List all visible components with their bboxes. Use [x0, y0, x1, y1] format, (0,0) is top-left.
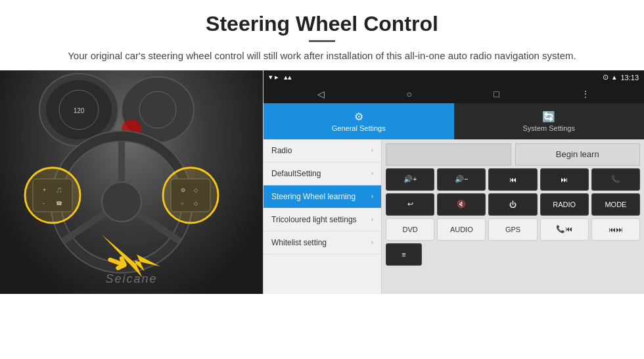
dvd-label: DVD	[402, 226, 417, 233]
vol-down-icon: 🔊−	[455, 175, 468, 183]
menu-item-steering-wheel[interactable]: Steering Wheel learning ›	[264, 185, 381, 208]
begin-learn-button[interactable]: Begin learn	[515, 143, 641, 166]
status-bar: ▾ ▸ ▴▴ ⊙ ▴ 13:13	[264, 70, 644, 85]
back-button[interactable]: ↩	[386, 193, 434, 216]
radio-button[interactable]: RADIO	[540, 193, 589, 216]
nav-bar: ◁ ○ □ ⋮	[264, 85, 644, 103]
mode-button[interactable]: MODE	[591, 193, 640, 216]
chevron-right-icon-5: ›	[371, 239, 373, 246]
system-settings-icon: 🔄	[542, 110, 555, 123]
prev-next-button[interactable]: ⏮⏭	[591, 218, 640, 241]
svg-point-12	[102, 182, 141, 222]
general-settings-icon: ⚙	[354, 110, 363, 123]
svg-point-24	[163, 168, 218, 223]
signal-icon: ▴▴	[284, 73, 292, 82]
back-icon: ↩	[407, 200, 413, 208]
radio-label: RADIO	[553, 201, 576, 208]
settings-tabs: ⚙ General Settings 🔄 System Settings	[264, 103, 644, 139]
menu-nav-icon[interactable]: ⋮	[581, 89, 590, 99]
svg-text:120: 120	[74, 107, 85, 114]
status-time: 13:13	[620, 74, 639, 82]
status-bar-left: ▾ ▸ ▴▴	[269, 73, 292, 82]
chevron-right-icon-4: ›	[371, 216, 373, 223]
menu-item-defaultsetting-label: DefaultSetting	[271, 169, 321, 178]
wifi-status-icon: ▴	[612, 73, 616, 82]
button-row-4: ≡	[386, 243, 640, 266]
mute-button[interactable]: 🔇	[437, 193, 486, 216]
dvd-button[interactable]: DVD	[386, 218, 434, 241]
vol-up-button[interactable]: 🔊+	[386, 168, 434, 191]
prev-track-icon: ⏮	[509, 176, 517, 183]
vol-up-icon: 🔊+	[403, 175, 417, 183]
begin-learn-spacer	[386, 143, 511, 166]
header-section: Steering Wheel Control Your original car…	[0, 0, 644, 70]
steering-wheel-svg: 120 + 🎵 - ☎	[0, 70, 263, 294]
menu-icon: ≡	[402, 251, 405, 258]
watermark: Seicane	[105, 272, 157, 286]
home-nav-icon[interactable]: ○	[406, 89, 411, 99]
vol-down-button[interactable]: 🔊−	[437, 168, 486, 191]
page-wrapper: Steering Wheel Control Your original car…	[0, 0, 644, 294]
audio-button[interactable]: AUDIO	[437, 218, 486, 241]
svg-point-23	[25, 168, 80, 223]
phone-icon: 📞	[611, 175, 620, 183]
next-track-icon: ⏭	[561, 176, 568, 183]
button-row-2: ↩ 🔇 ⏻ RADIO MODE	[386, 193, 640, 216]
recent-nav-icon[interactable]: □	[494, 89, 499, 99]
menu-item-radio-label: Radio	[271, 146, 292, 155]
phone-button[interactable]: 📞	[591, 168, 640, 191]
settings-main: Radio › DefaultSetting › Steering Wheel …	[264, 139, 644, 294]
menu-item-tricoloured-label: Tricoloured light settings	[271, 215, 357, 224]
status-bar-right: ⊙ ▴ 13:13	[603, 73, 639, 82]
right-panel: Begin learn 🔊+ 🔊− ⏮	[382, 139, 644, 294]
mute-icon: 🔇	[457, 200, 466, 208]
next-button[interactable]: ⏭	[540, 168, 589, 191]
chevron-right-icon: ›	[371, 147, 373, 154]
android-ui: ▾ ▸ ▴▴ ⊙ ▴ 13:13 ◁ ○ □ ⋮ ⚙ G	[263, 70, 644, 294]
menu-button[interactable]: ≡	[386, 243, 422, 266]
back-nav-icon[interactable]: ◁	[317, 89, 325, 99]
tab-general-label: General Settings	[332, 124, 386, 132]
menu-item-defaultsetting[interactable]: DefaultSetting ›	[264, 162, 381, 185]
location-pin-icon: ⊙	[603, 73, 609, 82]
menu-item-tricoloured[interactable]: Tricoloured light settings ›	[264, 208, 381, 231]
content-area: 120 + 🎵 - ☎	[0, 70, 644, 294]
button-row-3: DVD AUDIO GPS 📞⏮ ⏮⏭	[386, 218, 640, 241]
menu-item-steering-label: Steering Wheel learning	[271, 192, 356, 201]
power-button[interactable]: ⏻	[488, 193, 537, 216]
page-title: Steering Wheel Control	[13, 12, 631, 36]
button-row-1: 🔊+ 🔊− ⏮ ⏭ 📞	[386, 168, 640, 191]
tab-general[interactable]: ⚙ General Settings	[264, 103, 454, 139]
header-subtitle: Your original car's steering wheel contr…	[13, 49, 631, 64]
mode-label: MODE	[605, 201, 626, 208]
begin-learn-row: Begin learn	[386, 143, 640, 166]
power-icon: ⏻	[509, 201, 517, 208]
tab-system[interactable]: 🔄 System Settings	[454, 103, 645, 139]
prev-next-icon: ⏮⏭	[609, 226, 623, 233]
menu-item-whitelist[interactable]: Whitelist setting ›	[264, 231, 381, 254]
chevron-right-icon-3: ›	[371, 193, 373, 200]
phone-prev-icon: 📞⏮	[556, 225, 572, 233]
gps-label: GPS	[505, 226, 520, 233]
prev-button[interactable]: ⏮	[488, 168, 537, 191]
car-image: 120 + 🎵 - ☎	[0, 70, 263, 294]
gps-button[interactable]: GPS	[488, 218, 537, 241]
settings-menu: Radio › DefaultSetting › Steering Wheel …	[264, 139, 382, 294]
tab-system-label: System Settings	[523, 124, 575, 132]
audio-label: AUDIO	[450, 226, 473, 233]
menu-item-whitelist-label: Whitelist setting	[271, 238, 327, 247]
menu-item-radio[interactable]: Radio ›	[264, 139, 381, 162]
title-divider	[309, 40, 335, 42]
phone-prev-button[interactable]: 📞⏮	[540, 218, 589, 241]
chevron-right-icon-2: ›	[371, 170, 373, 177]
wifi-icon: ▾ ▸	[269, 73, 279, 82]
